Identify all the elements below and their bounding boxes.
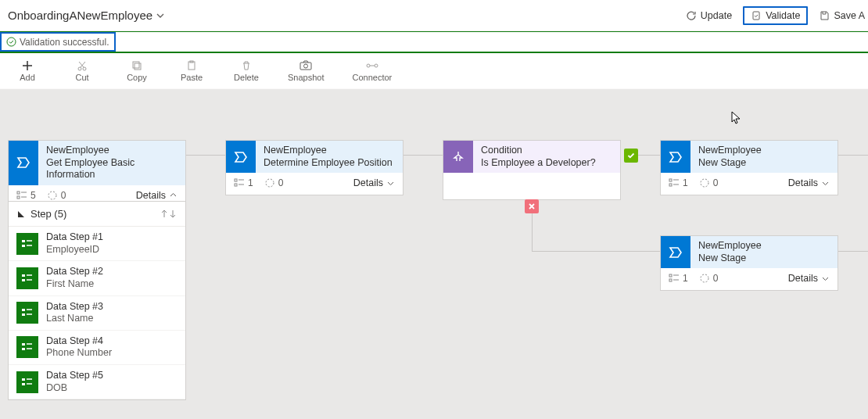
chevron-down-icon [821,274,830,283]
step-row[interactable]: Data Step #5DOB [9,365,185,399]
svg-rect-8 [300,63,311,70]
stage-icon [661,141,690,173]
details-toggle[interactable]: Details [353,177,395,188]
step-row[interactable]: Data Step #1EmployeeID [9,227,185,261]
svg-rect-31 [22,348,25,350]
svg-rect-28 [22,309,25,311]
stage-card[interactable]: NewEmployee New Stage 1 0 Details [660,235,838,291]
connector-icon [366,61,378,70]
steps-count: 1 [683,273,688,284]
connector-line [838,251,868,252]
update-button[interactable]: Update [686,10,732,21]
svg-point-11 [375,64,378,67]
save-as-button[interactable]: Save A [819,10,865,21]
stage-card[interactable]: NewEmployee Get Employee Basic Informati… [8,140,186,208]
condition-icon [443,141,473,173]
stage-card[interactable]: NewEmployee Determine Employee Position … [225,140,404,195]
svg-rect-19 [669,184,672,186]
steps-icon [16,191,27,200]
save-as-label: Save A [834,10,865,21]
sort-buttons[interactable] [160,209,178,219]
chevron-up-icon [169,191,178,199]
details-toggle[interactable]: Details [788,273,830,284]
add-button[interactable]: Add [14,59,41,82]
trigger-icon [47,190,58,201]
data-step-icon [16,267,38,289]
step-row[interactable]: Data Step #3Last Name [9,296,185,331]
details-label: Details [788,273,818,284]
trash-icon [241,60,252,71]
steps-icon [669,274,680,283]
cut-button[interactable]: Cut [69,59,95,82]
connector-line [838,155,868,156]
connector-line [404,155,443,156]
svg-rect-24 [22,240,25,242]
canvas[interactable]: NewEmployee Get Employee Basic Informati… [0,89,868,419]
data-step-icon [16,371,38,393]
toolbar: Add Cut Copy Paste Delete Snapshot Conne… [0,53,868,89]
step-row[interactable]: Data Step #4Phone Number [9,331,185,365]
copy-button[interactable]: Copy [124,59,150,82]
stage-entity: NewEmployee [264,145,395,157]
svg-rect-15 [235,179,237,181]
step-field: DOB [46,382,103,395]
cut-label: Cut [75,73,88,82]
snapshot-button[interactable]: Snapshot [288,59,324,82]
step-title: Data Step #2 [46,266,103,278]
trigger-count: 0 [278,177,284,188]
save-icon [819,10,830,21]
camera-icon [299,60,312,71]
condition-card[interactable]: Condition Is Employee a Developer? [443,140,621,200]
condition-title: Condition [481,145,612,157]
plus-icon [21,59,34,72]
data-step-icon [16,302,38,324]
steps-count: 5 [30,190,36,201]
details-toggle[interactable]: Details [788,177,830,188]
svg-point-10 [367,64,370,67]
connector-button[interactable]: Connector [352,59,392,82]
check-circle-icon [6,37,16,47]
paste-label: Paste [181,73,203,82]
clipboard-check-icon [751,10,762,21]
add-label: Add [20,73,35,82]
paste-button[interactable]: Paste [178,59,205,82]
validation-message: Validation successful. [0,32,116,52]
details-toggle[interactable]: Details [136,190,178,201]
data-step-icon [16,233,38,255]
svg-point-20 [701,179,708,187]
svg-point-9 [304,64,308,68]
svg-point-2 [78,67,81,70]
stage-name: New Stage [698,252,830,265]
steps-count: 1 [683,177,688,188]
trigger-icon [699,177,710,188]
flow-title-text: OnboardingANewEmployee [8,9,152,22]
scissors-icon [77,60,88,71]
svg-rect-13 [17,196,20,199]
condition-no-chip [525,199,539,213]
svg-rect-29 [22,313,25,316]
arrow-down-icon [169,209,178,219]
stage-icon [226,141,256,173]
svg-rect-12 [17,192,20,194]
stage-entity: NewEmployee [698,145,830,157]
triangle-icon [16,210,26,219]
svg-rect-18 [669,179,672,181]
connector-label: Connector [352,73,392,82]
clipboard-icon [186,60,197,71]
details-label: Details [353,177,383,188]
stage-entity: NewEmployee [46,145,178,157]
stage-entity: NewEmployee [698,240,830,252]
snapshot-label: Snapshot [288,73,324,82]
details-label: Details [788,177,818,188]
connector-line [532,213,533,252]
stage-name: New Stage [698,157,830,170]
details-label: Details [136,190,166,201]
stage-card[interactable]: NewEmployee New Stage 1 0 Details [660,140,838,195]
step-row[interactable]: Data Step #2First Name [9,261,185,295]
validate-button[interactable]: Validate [743,6,808,25]
flow-title[interactable]: OnboardingANewEmployee [6,9,165,22]
condition-text: Is Employee a Developer? [481,157,612,170]
chevron-down-icon [156,11,165,20]
steps-icon [234,178,245,188]
delete-button[interactable]: Delete [233,59,260,82]
